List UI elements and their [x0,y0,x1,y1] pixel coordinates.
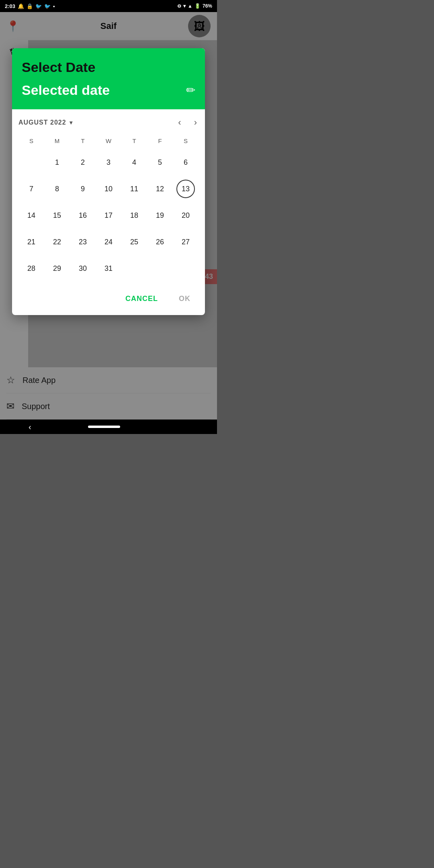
calendar-table: S M T W T F S 12345678910111213141516171… [18,136,199,282]
calendar-day[interactable]: 29 [44,255,70,282]
dialog-body: AUGUST 2022 ▾ ‹ › S M T W T F S [12,109,205,286]
battery-percent: 76% [203,3,212,9]
calendar-day[interactable]: 6 [173,149,199,176]
weekday-sat: S [173,136,199,149]
calendar-day[interactable]: 15 [44,202,70,229]
status-right: ⊖ ▾ ▲ 🔋 76% [177,3,212,9]
selected-date-label: Selected date [22,82,110,98]
back-button[interactable]: ‹ [29,422,31,432]
calendar-empty-day [121,255,147,282]
calendar-day[interactable]: 7 [18,176,44,202]
home-pill[interactable] [88,426,120,428]
dnd-icon: ⊖ [177,3,181,9]
status-time: 2:03 [5,3,15,9]
dialog-header: Select Date Selected date ✏ [12,48,205,109]
calendar-day[interactable]: 23 [70,229,96,255]
calendar-day[interactable]: 4 [121,149,147,176]
dialog-selected-row: Selected date ✏ [22,82,195,98]
calendar-day[interactable]: 11 [121,176,147,202]
calendar-week-row: 21222324252627 [18,229,199,255]
calendar-day[interactable]: 19 [147,202,173,229]
calendar-empty-day [147,255,173,282]
month-year-label: AUGUST 2022 [18,119,66,126]
calendar-day[interactable]: 3 [96,149,121,176]
calendar-day[interactable]: 5 [147,149,173,176]
signal-icon: ▲ [188,3,192,9]
dropdown-arrow-icon: ▾ [70,119,73,126]
dialog-title: Select Date [22,59,195,75]
calendar-day[interactable]: 13 [173,176,199,202]
weekday-thu: T [121,136,147,149]
calendar-day[interactable]: 1 [44,149,70,176]
weekday-tue: T [70,136,96,149]
calendar-empty-day [18,149,44,176]
weekday-fri: F [147,136,173,149]
prev-month-button[interactable]: ‹ [176,117,182,128]
nav-bar: ‹ [0,420,217,434]
dot-indicator: • [53,3,55,9]
calendar-day[interactable]: 30 [70,255,96,282]
wifi-icon: ▾ [183,3,186,9]
calendar-day[interactable]: 25 [121,229,147,255]
nav-arrows: ‹ › [176,117,199,128]
date-picker-dialog: Select Date Selected date ✏ AUGUST 2022 … [12,48,205,315]
calendar-day[interactable]: 21 [18,229,44,255]
calendar-day[interactable]: 28 [18,255,44,282]
calendar-day[interactable]: 31 [96,255,121,282]
calendar-day[interactable]: 2 [70,149,96,176]
calendar-day[interactable]: 14 [18,202,44,229]
calendar-day[interactable]: 20 [173,202,199,229]
status-left: 2:03 🔔 🔒 🐦 🐦 • [5,3,55,9]
calendar-week-row: 78910111213 [18,176,199,202]
calendar-body: 1234567891011121314151617181920212223242… [18,149,199,282]
calendar-day[interactable]: 27 [173,229,199,255]
twitter-icon-1: 🐦 [35,3,42,9]
calendar-day[interactable]: 22 [44,229,70,255]
calendar-day[interactable]: 12 [147,176,173,202]
status-bar: 2:03 🔔 🔒 🐦 🐦 • ⊖ ▾ ▲ 🔋 76% [0,0,217,12]
edit-icon[interactable]: ✏ [186,84,195,97]
battery-icon: 🔋 [194,3,201,9]
calendar-day[interactable]: 24 [96,229,121,255]
calendar-day[interactable]: 16 [70,202,96,229]
twitter-icon-2: 🐦 [44,3,51,9]
calendar-week-row: 14151617181920 [18,202,199,229]
calendar-day[interactable]: 9 [70,176,96,202]
weekday-header-row: S M T W T F S [18,136,199,149]
calendar-day[interactable]: 8 [44,176,70,202]
month-row: AUGUST 2022 ▾ ‹ › [18,117,199,128]
ok-button[interactable]: OK [172,291,197,307]
next-month-button[interactable]: › [192,117,199,128]
calendar-day[interactable]: 10 [96,176,121,202]
dialog-footer: CANCEL OK [12,286,205,315]
weekday-wed: W [96,136,121,149]
cancel-button[interactable]: CANCEL [119,291,164,307]
notification-icon-2: 🔒 [27,3,33,9]
month-label-button[interactable]: AUGUST 2022 ▾ [18,119,73,126]
calendar-day[interactable]: 17 [96,202,121,229]
calendar-week-row: 28293031 [18,255,199,282]
weekday-mon: M [44,136,70,149]
calendar-empty-day [173,255,199,282]
notification-icon-1: 🔔 [18,3,24,9]
weekday-sun: S [18,136,44,149]
calendar-week-row: 123456 [18,149,199,176]
calendar-day[interactable]: 18 [121,202,147,229]
calendar-day[interactable]: 26 [147,229,173,255]
